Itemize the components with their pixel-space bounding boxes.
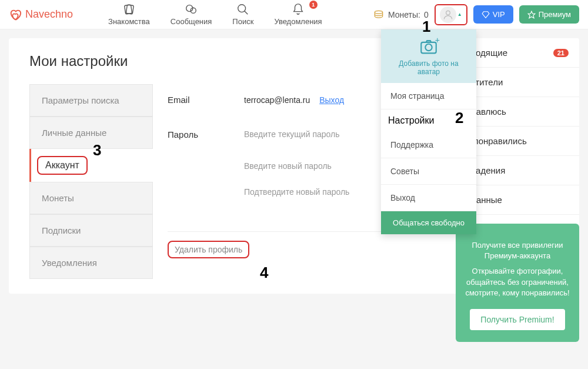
header: Navechno Знакомства Сообщения Поиск 1 Ув… (0, 0, 588, 29)
svg-rect-0 (125, 5, 132, 14)
coins-icon (373, 9, 385, 21)
dropdown-add-photo[interactable]: + Добавить фото на аватар (381, 29, 476, 83)
nav-messages[interactable]: Сообщения (171, 3, 212, 26)
chat-icon (185, 3, 198, 16)
main-nav: Знакомства Сообщения Поиск 1 Уведомления (108, 3, 322, 26)
promo-line2: Открывайте фотографии, общайтесь без огр… (464, 266, 571, 298)
diamond-icon (482, 11, 490, 19)
brand-name: Navechno (25, 8, 73, 21)
tab-search-params[interactable]: Параметры поиска (29, 84, 153, 117)
nav-notifications[interactable]: 1 Уведомления (274, 3, 322, 26)
dropdown-arrow-icon: ▲ (457, 12, 462, 17)
nav-dating[interactable]: Знакомства (108, 3, 150, 26)
vip-button[interactable]: VIP (473, 5, 513, 24)
svg-point-7 (446, 11, 450, 15)
annotation-3: 3 (93, 141, 101, 159)
password-label: Пароль (168, 129, 244, 139)
svg-rect-1 (126, 5, 134, 14)
dropdown-settings-highlight: Настройки (388, 115, 434, 126)
dropdown-tips[interactable]: Советы (381, 158, 476, 185)
search-icon (236, 3, 249, 16)
get-premium-button[interactable]: Получить Premium! (470, 309, 564, 330)
avatar-placeholder-icon (440, 6, 456, 23)
svg-line-5 (245, 11, 248, 15)
tab-personal-data[interactable]: Личные данные (29, 117, 153, 149)
dropdown-support[interactable]: Поддержка (381, 132, 476, 158)
incoming-count-badge: 21 (553, 49, 569, 57)
promo-line1: Получите все привилегии Премиум-аккаунта (464, 240, 571, 261)
bell-icon (292, 3, 305, 16)
star-icon (527, 11, 536, 19)
dropdown-logout[interactable]: Выход (381, 185, 476, 211)
dropdown-chat-free[interactable]: Общаться свободно (381, 211, 476, 234)
tab-subscriptions[interactable]: Подписки (29, 214, 153, 247)
notification-badge: 1 (309, 1, 318, 9)
email-label: Email (168, 95, 244, 105)
svg-point-4 (238, 5, 246, 12)
annotation-2: 2 (455, 109, 463, 127)
avatar-menu-button[interactable]: ▲ (435, 4, 467, 25)
heart-logo-icon (9, 8, 22, 21)
svg-point-10 (425, 44, 432, 51)
tab-notifications[interactable]: Уведомления (29, 247, 153, 279)
coins-display[interactable]: Монеты: 0 (373, 9, 429, 21)
premium-promo: Получите все привилегии Премиум-аккаунта… (456, 224, 579, 342)
annotation-4: 4 (260, 264, 268, 282)
annotation-1: 1 (422, 18, 430, 36)
cards-icon (122, 3, 135, 16)
tab-account-highlight: Аккаунт (37, 156, 88, 175)
dropdown-my-page[interactable]: Моя страница (381, 83, 476, 109)
tab-account[interactable]: Аккаунт (29, 149, 153, 182)
logo[interactable]: Navechno (9, 8, 73, 21)
tab-coins[interactable]: Монеты (29, 182, 153, 214)
logout-link[interactable]: Выход (319, 95, 344, 105)
svg-point-6 (375, 11, 382, 14)
header-right: Монеты: 0 ▲ VIP Премиум (373, 4, 579, 25)
settings-tabs: Параметры поиска Личные данные Аккаунт М… (29, 84, 153, 279)
nav-search[interactable]: Поиск (232, 3, 253, 26)
profile-dropdown: + Добавить фото на аватар Моя страница Н… (381, 29, 476, 234)
premium-button[interactable]: Премиум (519, 5, 579, 24)
delete-profile-button[interactable]: Удалить профиль (168, 241, 249, 258)
camera-icon: + (419, 36, 439, 56)
svg-marker-8 (528, 11, 535, 18)
